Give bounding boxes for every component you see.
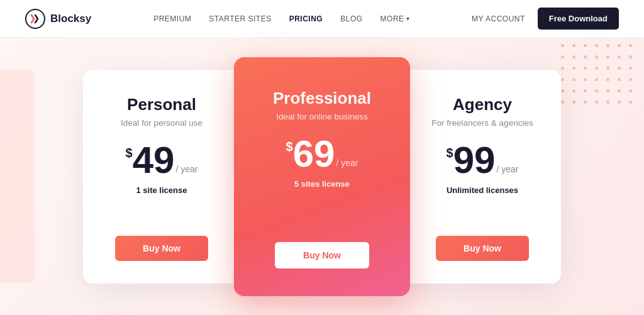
dot [629,55,632,58]
dot [595,89,598,92]
dot-pattern [561,44,638,109]
professional-buy-button[interactable]: Buy Now [275,242,369,268]
dot [572,44,575,47]
dot [606,78,609,81]
professional-currency: $ [286,140,293,153]
dot [629,44,632,47]
personal-price: 49 [133,141,175,179]
dot [629,101,632,104]
dot [606,55,609,58]
dot [561,44,564,47]
pricing-card-personal: Personal Ideal for personal use $ 49 / y… [83,70,240,284]
blocksy-logo-icon [25,9,45,29]
professional-plan-name: Professional [273,89,371,108]
dot [572,101,575,104]
professional-price-row: $ 69 / year [286,135,358,173]
dot [584,67,587,70]
personal-price-row: $ 49 / year [126,141,198,179]
dot [595,67,598,70]
dot [595,44,598,47]
dot [618,67,621,70]
professional-price: 69 [293,135,335,173]
dot [572,78,575,81]
dot [561,55,564,58]
dot [595,78,598,81]
nav-blog[interactable]: BLOG [340,14,362,23]
my-account-link[interactable]: MY ACCOUNT [472,14,525,23]
pricing-card-professional: Professional Ideal for online business $… [234,57,410,296]
professional-license: 5 sites license [294,179,350,189]
agency-currency: $ [447,146,453,159]
dot [584,78,587,81]
dot [606,101,609,104]
professional-plan-desc: Ideal for online business [276,112,368,121]
personal-currency: $ [126,146,133,159]
professional-period: / year [336,158,358,168]
dot [561,78,564,81]
free-download-button[interactable]: Free Download [538,8,619,30]
header-right: MY ACCOUNT Free Download [472,8,619,30]
dot [629,89,632,92]
dot [618,44,621,47]
dot [584,101,587,104]
personal-period: / year [175,164,197,174]
dot [629,78,632,81]
agency-license: Unlimited licenses [447,185,518,195]
dot [584,55,587,58]
dot [618,89,621,92]
decorative-rect-left [0,69,35,283]
dot [618,55,621,58]
nav-more[interactable]: MORE ▾ [380,14,410,23]
pricing-cards-container: Personal Ideal for personal use $ 49 / y… [83,70,561,284]
dot [618,78,621,81]
agency-buy-button[interactable]: Buy Now [436,236,529,261]
dot [572,89,575,92]
logo-text: Blocksy [50,13,91,25]
personal-buy-button[interactable]: Buy Now [115,236,208,261]
agency-price: 99 [453,141,496,179]
dot [595,101,598,104]
main-nav: PREMIUM STARTER SITES PRICING BLOG MORE … [153,14,409,23]
dot [606,44,609,47]
agency-plan-name: Agency [453,95,512,114]
nav-starter-sites[interactable]: STARTER SITES [209,14,271,23]
dot [606,67,609,70]
personal-plan-desc: Ideal for personal use [121,118,203,128]
dot [561,101,564,104]
dot [584,44,587,47]
nav-premium[interactable]: PREMIUM [153,14,191,23]
dot [584,89,587,92]
dot [629,67,632,70]
agency-plan-desc: For freelancers & agencies [431,118,533,128]
personal-plan-name: Personal [127,95,196,114]
site-header: Blocksy PREMIUM STARTER SITES PRICING BL… [0,0,644,38]
dot [618,101,621,104]
nav-pricing[interactable]: PRICING [289,14,323,23]
personal-license: 1 site license [136,185,187,195]
dot [572,55,575,58]
chevron-down-icon: ▾ [406,15,410,22]
pricing-section: Personal Ideal for personal use $ 49 / y… [0,38,644,315]
dot [561,67,564,70]
dot [606,89,609,92]
pricing-card-agency: Agency For freelancers & agencies $ 99 /… [404,70,561,284]
logo-area[interactable]: Blocksy [25,9,91,29]
dot [561,89,564,92]
agency-period: / year [496,164,518,174]
dot [595,55,598,58]
dot [572,67,575,70]
agency-price-row: $ 99 / year [447,141,519,179]
svg-point-0 [26,9,45,28]
